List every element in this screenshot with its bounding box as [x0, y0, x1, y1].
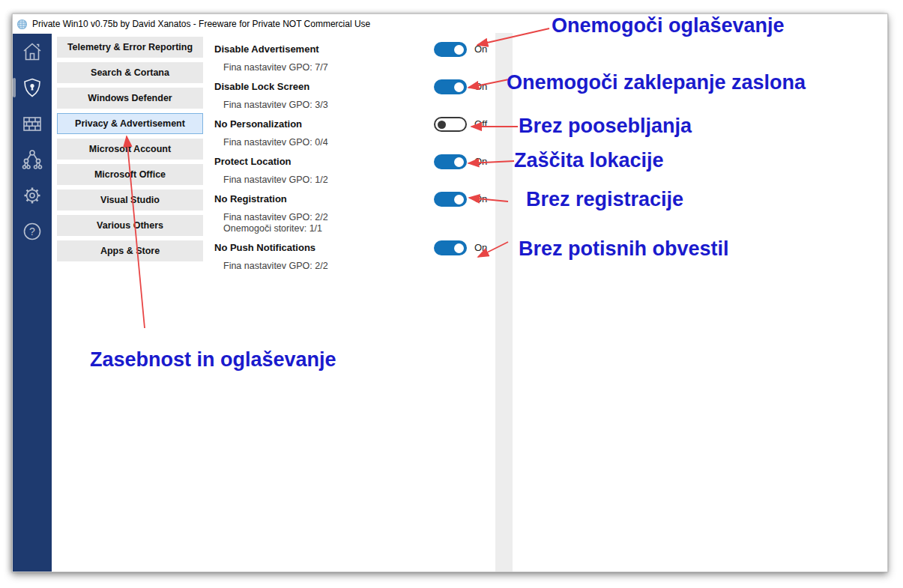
toggle-state-label: On — [474, 192, 487, 207]
setting-row: No Registration Fina nastavitev GPO: 2/2… — [214, 191, 529, 240]
category-label: Telemetry & Error Reporting — [67, 42, 193, 52]
shield-icon — [20, 76, 44, 100]
sidebar-item-help[interactable]: ? — [13, 213, 52, 249]
gear-icon — [20, 184, 44, 207]
category-label: Windows Defender — [88, 93, 172, 103]
toggle-state-label: On — [474, 154, 487, 169]
sidebar-item-security[interactable] — [13, 70, 52, 106]
toggle-state-label: On — [474, 79, 487, 94]
category-button[interactable]: Visual Studio — [57, 190, 203, 210]
toggle-group: On — [434, 41, 487, 57]
sidebar-item-network[interactable] — [13, 142, 52, 178]
annotation-privacy-advertisement: Zasebnost in oglaševanje — [90, 348, 336, 372]
firewall-icon — [20, 112, 44, 136]
toggle-state-label: On — [474, 42, 487, 57]
annotation-no-registration: Brez registracije — [526, 188, 683, 211]
setting-detail: Fina nastavitev GPO: 1/2 — [214, 175, 434, 186]
setting-title: Disable Lock Screen — [214, 79, 434, 95]
window-title: Private Win10 v0.75b by David Xanatos - … — [32, 19, 370, 29]
category-label: Visual Studio — [100, 195, 160, 205]
home-icon — [20, 40, 44, 64]
toggle-switch[interactable] — [434, 154, 467, 169]
category-label: Microsoft Account — [89, 144, 171, 154]
setting-title: No Push Notifications — [214, 240, 434, 256]
toggle-knob — [438, 121, 446, 129]
setting-text: No Registration Fina nastavitev GPO: 2/2… — [214, 191, 434, 234]
toggle-knob — [454, 157, 464, 167]
svg-text:?: ? — [29, 225, 35, 237]
toggle-group: On — [434, 154, 487, 169]
category-label: Microsoft Office — [94, 169, 166, 180]
category-button[interactable]: Telemetry & Error Reporting — [57, 37, 203, 58]
toggle-knob — [454, 45, 464, 55]
setting-text: No Personalization Fina nastavitev GPO: … — [214, 116, 434, 148]
toggle-group: On — [434, 191, 487, 207]
category-label: Various Others — [97, 220, 163, 231]
network-tree-icon — [20, 148, 44, 172]
sidebar-item-firewall[interactable] — [13, 106, 52, 142]
sidebar-item-home[interactable] — [13, 34, 52, 70]
toggle-group: Off — [434, 116, 487, 132]
settings-list: Disable Advertisement Fina nastavitev GP… — [214, 41, 529, 277]
setting-text: No Push Notifications Fina nastavitev GP… — [214, 240, 434, 272]
category-list: Telemetry & Error Reporting Search & Cor… — [57, 37, 203, 266]
annotation-no-personalization: Brez poosebljanja — [519, 115, 692, 138]
setting-row: No Push Notifications Fina nastavitev GP… — [214, 240, 529, 277]
annotation-protect-location: Zaščita lokacije — [514, 149, 664, 172]
category-button[interactable]: Microsoft Office — [57, 164, 203, 185]
sidebar-nav: ? — [13, 34, 52, 572]
setting-detail: Fina nastavitev GPO: 2/2 — [214, 212, 434, 223]
toggle-switch[interactable] — [434, 240, 467, 255]
toggle-switch[interactable] — [434, 192, 467, 207]
category-label: Privacy & Advertisement — [75, 118, 185, 129]
toggle-switch[interactable] — [434, 42, 467, 57]
setting-detail: Fina nastavitev GPO: 0/4 — [214, 137, 434, 148]
setting-detail: Onemogoči storitev: 1/1 — [214, 223, 434, 234]
setting-row: Protect Location Fina nastavitev GPO: 1/… — [214, 154, 529, 191]
app-logo-icon — [16, 19, 28, 30]
category-label: Apps & Store — [100, 246, 160, 256]
toggle-state-label: Off — [474, 117, 487, 132]
setting-title: No Registration — [214, 191, 434, 207]
annotation-no-push-notifications: Brez potisnih obvestil — [519, 237, 729, 261]
category-button[interactable]: Various Others — [57, 215, 203, 236]
setting-row: Disable Lock Screen Fina nastavitev GPO:… — [214, 79, 529, 116]
toggle-knob — [454, 82, 464, 92]
setting-row: Disable Advertisement Fina nastavitev GP… — [214, 41, 529, 79]
annotation-disable-advertisement: Onemogoči oglaševanje — [552, 14, 785, 37]
setting-row: No Personalization Fina nastavitev GPO: … — [214, 116, 529, 154]
category-button[interactable]: Privacy & Advertisement — [57, 113, 203, 134]
category-button[interactable]: Microsoft Account — [57, 139, 203, 160]
toggle-switch[interactable] — [434, 79, 467, 94]
toggle-state-label: On — [474, 240, 487, 255]
setting-text: Protect Location Fina nastavitev GPO: 1/… — [214, 154, 434, 186]
toggle-knob — [454, 195, 464, 204]
category-button[interactable]: Apps & Store — [57, 240, 203, 261]
toggle-group: On — [434, 240, 487, 255]
toggle-group: On — [434, 79, 487, 94]
help-icon: ? — [20, 219, 44, 243]
setting-detail: Fina nastavitev GPO: 3/3 — [214, 100, 434, 111]
setting-detail: Fina nastavitev GPO: 7/7 — [214, 62, 434, 73]
app-window: Private Win10 v0.75b by David Xanatos - … — [12, 13, 888, 572]
setting-title: No Personalization — [214, 116, 434, 133]
category-button[interactable]: Windows Defender — [57, 88, 203, 109]
selected-indicator — [13, 78, 16, 97]
setting-title: Disable Advertisement — [214, 41, 434, 58]
category-button[interactable]: Search & Cortana — [57, 62, 203, 83]
setting-detail: Fina nastavitev GPO: 2/2 — [214, 261, 434, 272]
category-label: Search & Cortana — [91, 67, 169, 78]
toggle-switch[interactable] — [434, 117, 467, 132]
toggle-knob — [454, 243, 464, 253]
sidebar-item-settings[interactable] — [13, 178, 52, 213]
annotation-disable-lock-screen: Onemogoči zaklepanje zaslona — [507, 71, 806, 94]
setting-text: Disable Advertisement Fina nastavitev GP… — [214, 41, 434, 73]
scrollbar-track[interactable] — [495, 33, 513, 572]
setting-text: Disable Lock Screen Fina nastavitev GPO:… — [214, 79, 434, 111]
setting-title: Protect Location — [214, 154, 434, 170]
